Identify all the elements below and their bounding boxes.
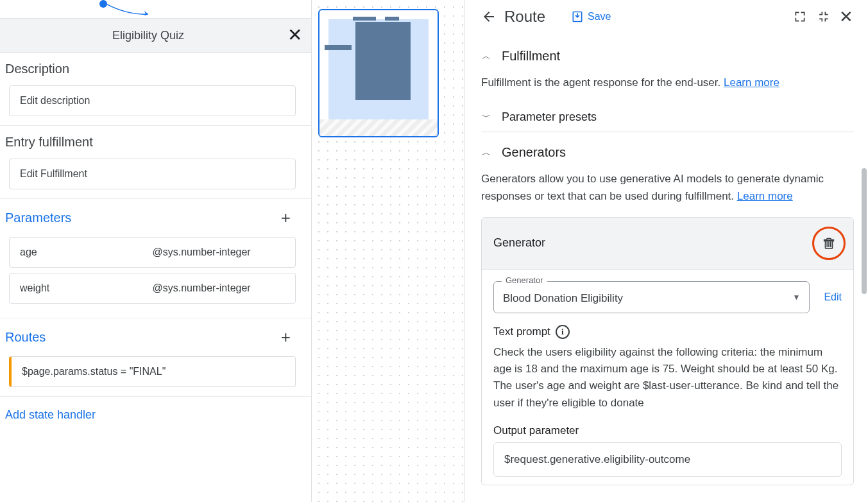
generator-select-legend: Generator: [502, 275, 547, 285]
chevron-up-icon: ︿: [481, 147, 491, 159]
minimap-footer-stripes: [319, 119, 438, 136]
output-parameter-input[interactable]: $request.generative.eligibility-outcome: [493, 442, 842, 477]
generators-header[interactable]: ︿ Generators: [481, 132, 854, 168]
section-entry-fulfillment: Entry fulfillment Edit Fulfillment: [0, 126, 311, 199]
chevron-down-icon: ﹀: [481, 112, 491, 123]
close-icon[interactable]: ✕: [838, 9, 854, 24]
page-title: Eligibility Quiz: [9, 29, 287, 42]
parameters-heading[interactable]: Parameters +: [5, 208, 306, 228]
flow-arrow: [106, 4, 151, 15]
parameter-name: weight: [20, 282, 153, 294]
back-arrow-icon[interactable]: [481, 9, 497, 24]
generator-card-header: Generator: [482, 218, 853, 270]
fulfillment-heading-label: Fulfillment: [502, 49, 560, 64]
page-title-bar: Eligibility Quiz ✕: [0, 18, 311, 53]
generator-select[interactable]: Generator Blood Donation Eligibility ▼: [493, 281, 810, 313]
edit-description-button[interactable]: Edit description: [9, 85, 296, 116]
canvas-minimap-area: [312, 0, 464, 502]
add-parameter-icon[interactable]: +: [281, 208, 306, 228]
entry-fulfillment-heading: Entry fulfillment: [5, 135, 306, 150]
section-fulfillment: ︿ Fulfillment Fulfillment is the agent r…: [481, 41, 854, 485]
generators-heading-label: Generators: [502, 145, 566, 160]
generator-card-title: Generator: [493, 236, 812, 250]
fulfillment-learn-more-link[interactable]: Learn more: [724, 76, 779, 89]
fulfillment-header[interactable]: ︿ Fulfillment: [481, 41, 854, 71]
generator-card: Generator Generator Blood Donation Eligi…: [481, 217, 854, 485]
parameter-type: @sys.number-integer: [153, 247, 285, 258]
parameter-row[interactable]: weight @sys.number-integer: [9, 273, 296, 304]
chevron-up-icon: ︿: [481, 51, 491, 62]
generator-card-body: Generator Blood Donation Eligibility ▼ E…: [482, 270, 853, 485]
fullscreen-exit-icon[interactable]: [815, 9, 831, 24]
fullscreen-enter-icon[interactable]: [792, 9, 808, 24]
routes-heading[interactable]: Routes +: [5, 327, 306, 347]
flow-header: [0, 0, 311, 18]
route-title: Route: [504, 8, 545, 26]
description-heading: Description: [5, 62, 306, 76]
add-state-handler-link[interactable]: Add state handler: [0, 397, 311, 433]
route-row[interactable]: $page.params.status = "FINAL": [9, 356, 296, 387]
parameter-presets-header[interactable]: ﹀ Parameter presets: [481, 103, 854, 132]
generator-select-value: Blood Donation Eligibility: [503, 292, 623, 304]
save-icon: [571, 10, 584, 23]
delete-generator-button[interactable]: [812, 227, 846, 260]
close-icon[interactable]: ✕: [287, 26, 302, 44]
generators-description: Generators allow you to use generative A…: [481, 170, 854, 205]
minimap-shape: [385, 17, 399, 21]
parameter-row[interactable]: age @sys.number-integer: [9, 237, 296, 268]
parameter-name: age: [20, 247, 153, 258]
right-header: Route Save ✕: [481, 8, 854, 26]
save-label: Save: [588, 11, 611, 22]
output-parameter-label: Output parameter: [493, 424, 842, 437]
left-panel: Eligibility Quiz ✕ Description Edit desc…: [0, 0, 312, 502]
section-routes: Routes + $page.params.status = "FINAL": [0, 318, 311, 397]
minimap-body: [328, 19, 429, 122]
info-icon[interactable]: i: [556, 325, 570, 339]
scrollbar[interactable]: [862, 168, 867, 294]
minimap-shape: [353, 17, 376, 21]
parameter-presets-label: Parameter presets: [502, 110, 597, 124]
routes-heading-label: Routes: [5, 330, 46, 345]
fulfillment-description: Fulfillment is the agent response for th…: [481, 74, 854, 91]
minimap-shape: [355, 22, 411, 100]
section-description: Description Edit description: [0, 53, 311, 126]
trash-icon: [822, 236, 836, 250]
parameters-heading-label: Parameters: [5, 211, 71, 225]
section-parameters: Parameters + age @sys.number-integer wei…: [0, 199, 311, 318]
right-panel: Route Save ✕ ︿ Fulfillment: [464, 0, 868, 502]
save-button[interactable]: Save: [571, 10, 611, 23]
add-route-icon[interactable]: +: [281, 327, 306, 347]
text-prompt-label: Text prompt i: [493, 325, 842, 339]
minimap-shape: [325, 45, 352, 50]
parameter-type: @sys.number-integer: [153, 282, 285, 294]
caret-down-icon: ▼: [793, 293, 801, 302]
edit-generator-link[interactable]: Edit: [824, 291, 842, 303]
minimap-thumbnail[interactable]: [318, 9, 439, 137]
edit-fulfillment-button[interactable]: Edit Fulfillment: [9, 159, 296, 189]
text-prompt-value: Check the users eligibility against the …: [493, 344, 842, 411]
generators-learn-more-link[interactable]: Learn more: [737, 190, 793, 202]
